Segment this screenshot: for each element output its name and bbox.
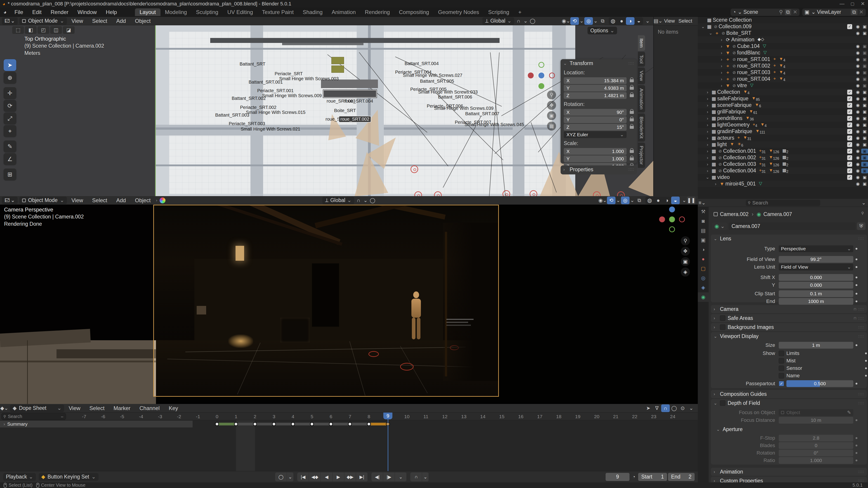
outliner-row[interactable]: ⌄ ⌖ ⊘ Boite_SRT ✓ ◉ ▣ xyxy=(698,30,868,36)
outliner-item-label[interactable]: sceneFabrique xyxy=(717,102,752,108)
transport-button[interactable]: ◀ xyxy=(321,473,333,482)
dopesheet-filter-icon[interactable]: ∩ xyxy=(661,404,670,412)
outliner-row[interactable]: › ⌖ ⊘ roue_SRT.003 ⌖ ▼4 ✓ ◉ ▣ xyxy=(698,69,868,76)
expander-icon[interactable]: › xyxy=(705,109,710,114)
hide-eye-icon[interactable]: ◉ xyxy=(855,90,861,95)
menu-item[interactable]: View xyxy=(67,197,88,203)
rotation-row[interactable]: Y0° xyxy=(564,116,634,123)
eyedropper-icon[interactable]: ✎ xyxy=(847,410,851,415)
hide-eye-icon[interactable]: ◉ xyxy=(855,96,861,101)
expander-icon[interactable]: › xyxy=(1,422,7,427)
properties-tab[interactable]: ▢ xyxy=(698,264,709,273)
outliner-item-label[interactable]: roue_SRT.001 xyxy=(737,56,770,62)
dopesheet-filter-icon[interactable]: ◯ xyxy=(670,404,678,412)
plan-object-label[interactable]: Small Hinge With Screws.045 xyxy=(465,122,524,127)
expander-icon[interactable]: ⌄ xyxy=(705,175,710,180)
lens-panel-header[interactable]: ⌄Lens:::: xyxy=(711,234,867,242)
fstop-field[interactable]: 2.8 xyxy=(779,435,853,442)
new-viewlayer-icon[interactable]: ⧉ xyxy=(851,9,857,15)
plan-object-label[interactable]: Small Hinge With Screws.033 xyxy=(418,90,477,95)
name-checkbox[interactable] xyxy=(779,373,784,379)
plan-object-label[interactable]: Battant_SRT.003 xyxy=(215,112,249,118)
gizmos-toggle[interactable]: ⟲ xyxy=(570,17,579,25)
plan-object-label[interactable]: Small Hinge With Screws.039 xyxy=(434,106,493,111)
outliner-item-label[interactable]: Cube.104 xyxy=(737,43,760,49)
expander-icon[interactable]: › xyxy=(719,51,724,55)
keying-dropdown[interactable]: ⌄ xyxy=(422,473,429,482)
disable-render-camera-icon[interactable]: ▣ xyxy=(861,24,868,29)
exclude-checkbox[interactable]: ✓ xyxy=(847,135,852,140)
overlays-dropdown[interactable]: ⌄ xyxy=(593,17,598,25)
outliner-row[interactable]: › ▦ ⊘ Collection.004 ⌖31 ▼126 ▦2 ✓ ◉ ▣ xyxy=(698,167,868,174)
outliner-row[interactable]: › ▼ ⊘ fondBlanc ▽ ✓ ◉ ▣ xyxy=(698,50,868,56)
camera-view-icon[interactable]: ▣ xyxy=(547,111,556,120)
n-panel-tab[interactable]: BlenderKit xyxy=(638,113,645,142)
disable-render-camera-icon[interactable]: ▣ xyxy=(861,129,868,134)
shading-mode-button[interactable]: ● xyxy=(654,197,662,204)
plan-object-label[interactable]: Battant_SRT.005 xyxy=(420,78,454,84)
lens-unit-dropdown[interactable]: Field of View⌄ xyxy=(779,264,853,270)
shading-mode-button[interactable]: ◑ xyxy=(662,197,671,204)
passepartout-slider[interactable]: 0.500 xyxy=(786,380,853,387)
disable-render-camera-icon[interactable]: ▣ xyxy=(861,70,868,75)
disable-render-camera-icon[interactable]: ▣ xyxy=(861,116,868,121)
animate-dot[interactable] xyxy=(856,452,857,454)
n-panel-tab[interactable]: View xyxy=(638,68,645,84)
lock-icon[interactable] xyxy=(630,94,634,97)
expander-icon[interactable]: › xyxy=(705,168,710,173)
select-mode-icon[interactable]: ◫ xyxy=(50,26,62,34)
select-mode-icon[interactable]: ◧ xyxy=(25,26,37,34)
use-preview-range-clock-icon[interactable]: ◔ xyxy=(629,473,638,481)
snap-magnet-icon[interactable]: ∩ xyxy=(514,17,523,25)
xray-toggle[interactable]: ⧉ xyxy=(598,17,607,25)
expander-icon[interactable]: › xyxy=(705,129,710,134)
outliner-row[interactable]: › ▼ ⊘ Cube.104 ▽ ✓ ◉ ▣ xyxy=(698,43,868,50)
lock-icon[interactable] xyxy=(630,111,634,114)
n-panel-tab[interactable]: Tool xyxy=(638,52,645,67)
background-images-panel[interactable]: ›Background Images:::: xyxy=(711,323,867,331)
hide-eye-icon[interactable]: ◉ xyxy=(855,63,861,68)
rotation-mode-dropdown[interactable]: XYZ Euler⌄ xyxy=(564,131,627,138)
exclude-checkbox[interactable]: ✓ xyxy=(847,103,852,108)
properties-tab[interactable]: ◉ xyxy=(698,292,709,302)
hide-eye-icon[interactable]: ◉ xyxy=(855,175,861,180)
close-button[interactable]: ✕ xyxy=(858,1,868,7)
overlays-dropdown[interactable]: ⌄ xyxy=(629,197,635,204)
hide-eye-icon[interactable]: ◉ xyxy=(855,76,861,82)
exclude-checkbox[interactable]: ✓ xyxy=(847,90,852,95)
outliner-item-label[interactable]: Collection.009 xyxy=(719,24,752,30)
plan-object-label[interactable]: Battant_SRT.006 xyxy=(438,94,472,100)
workspace-tab[interactable]: UV Editing xyxy=(223,8,257,16)
rotation-row[interactable]: X90° xyxy=(564,109,634,116)
transport-button[interactable]: ◀◆ xyxy=(309,473,321,482)
transport-button[interactable]: ▶| xyxy=(356,473,368,482)
dopesheet-filter-icon[interactable]: ⌄ xyxy=(687,404,695,412)
transport-button[interactable]: ◆▶ xyxy=(344,473,356,482)
menu-item[interactable]: Select xyxy=(677,18,694,24)
animate-dot[interactable] xyxy=(856,293,857,295)
exclude-checkbox[interactable]: ✓ xyxy=(847,129,852,134)
plan-object-label[interactable]: Periacte_SRT.003 xyxy=(229,121,265,126)
overlays-toggle[interactable]: ◎ xyxy=(584,17,593,25)
expander-icon[interactable]: › xyxy=(719,64,724,68)
scale-row[interactable]: Y1.000 xyxy=(564,156,634,162)
pause-render-button[interactable]: ❚❚ xyxy=(687,197,695,204)
hide-eye-icon[interactable]: ◉ xyxy=(855,116,861,121)
viewlayer-selector[interactable]: ▣⌄ ViewLayer ⧉ ✕ xyxy=(802,8,866,16)
plan-object-label[interactable]: Battant_SRT.002 xyxy=(232,96,266,101)
exclude-checkbox[interactable]: ✓ xyxy=(847,109,852,114)
outliner-row[interactable]: › ▦ ⊘ grillFabrique ▼61 ✓ ◉ ▣ xyxy=(698,108,868,115)
expander-icon[interactable]: › xyxy=(705,162,710,167)
outliner-row[interactable]: › ▦ ⊘ pendrillons ▼36 ✓ ◉ ▣ xyxy=(698,115,868,122)
properties-tab[interactable]: ⚒ xyxy=(698,207,709,217)
plan-object-label[interactable]: Battant_SRT.004 xyxy=(405,61,439,66)
shift-y-field[interactable]: 0.000 xyxy=(779,282,853,289)
keyframe-dot[interactable] xyxy=(291,422,295,426)
clip-start-field[interactable]: 0.1 m xyxy=(779,290,853,297)
expander-icon[interactable]: › xyxy=(719,57,724,62)
channel-search[interactable]: ⚲ ↔ xyxy=(1,413,66,420)
menu-item[interactable]: Object xyxy=(130,197,155,203)
visibility-dropdown[interactable]: ◉⌄ xyxy=(598,197,607,204)
outliner-item-label[interactable]: pendrillons xyxy=(717,115,742,121)
aperture-subpanel-header[interactable]: ⌄Aperture xyxy=(714,425,863,433)
